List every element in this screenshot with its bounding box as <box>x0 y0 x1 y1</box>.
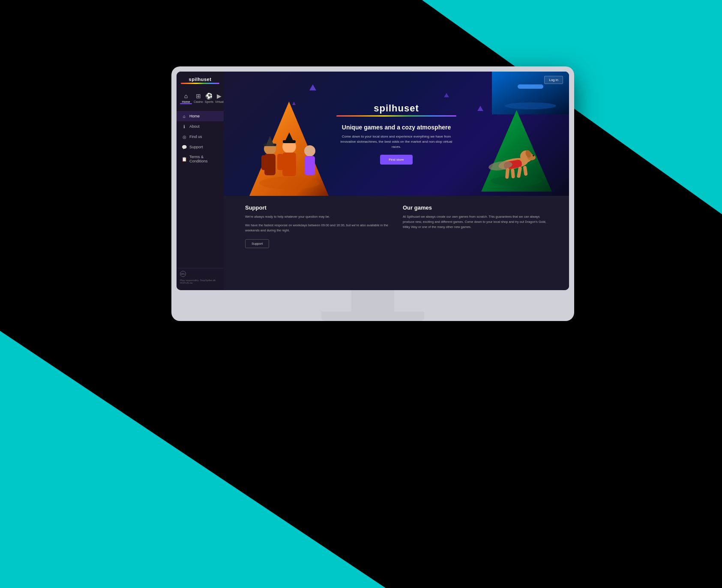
nav-icon-virtual[interactable]: ▶ Virtual <box>214 91 225 106</box>
svg-point-10 <box>304 145 315 156</box>
deco-triangle-2 <box>444 93 449 97</box>
about-nav-label: About <box>189 124 200 129</box>
home-icon-label: Home <box>182 100 190 103</box>
sidebar-item-home[interactable]: ⌂ Home <box>177 111 224 121</box>
nav-icon-sports[interactable]: ⚽ Sports <box>204 91 214 106</box>
games-block: Our games At Spilhuset we always create … <box>403 204 548 248</box>
nav-icon-casino[interactable]: ⊞ Casino <box>193 91 204 106</box>
sidebar-item-support[interactable]: 💬 Support <box>177 142 224 152</box>
about-nav-icon: ℹ <box>182 124 187 129</box>
svg-rect-9 <box>277 154 283 170</box>
find-us-nav-icon: ◎ <box>182 134 187 139</box>
terms-nav-icon: 📋 <box>182 156 187 162</box>
lower-section: Support We're always ready to help whate… <box>224 196 569 257</box>
main-content: Log in <box>224 72 569 290</box>
hero-subtitle: Come down to your local store and experi… <box>336 134 456 150</box>
svg-rect-6 <box>261 155 267 170</box>
monitor-stand-base <box>321 312 424 321</box>
pirate-characters <box>254 114 324 192</box>
terms-nav-label: Terms & Conditions <box>189 155 219 163</box>
sidebar-item-about[interactable]: ℹ About <box>177 121 224 132</box>
sidebar-footer: 18+ Play responsibly. StopSpillet.dk ROF… <box>177 268 224 287</box>
svg-point-25 <box>533 155 534 156</box>
hero-right-image <box>481 106 552 192</box>
sidebar-footer-text: Play responsibly. StopSpillet.dk ROFUS.n… <box>180 279 220 284</box>
home-icon: ⌂ <box>184 93 188 99</box>
monitor-wrapper: spilhuset ⌂ Home ⊞ Casino ⚽ Sp <box>66 66 679 549</box>
support-block: Support We're always ready to help whate… <box>245 204 390 248</box>
monitor: spilhuset ⌂ Home ⊞ Casino ⚽ Sp <box>171 66 574 321</box>
sports-icon: ⚽ <box>205 93 213 99</box>
find-us-nav-label: Find us <box>189 135 202 139</box>
games-title: Our games <box>403 204 548 211</box>
casino-icon-label: Casino <box>194 100 203 103</box>
casino-icon: ⊞ <box>196 93 201 99</box>
hero-section: spilhuset Unique games and a cozy atmosp… <box>224 72 569 196</box>
sports-icon-label: Sports <box>205 100 213 103</box>
hero-tagline: Unique games and a cozy atmosphere <box>336 123 456 131</box>
sidebar-nav: ⌂ Home ℹ About ◎ Find us 💬 Support <box>177 108 224 268</box>
logo-rainbow-bar <box>181 83 219 84</box>
nav-icon-home[interactable]: ⌂ Home <box>179 91 193 106</box>
sidebar: spilhuset ⌂ Home ⊞ Casino ⚽ Sp <box>177 72 224 290</box>
hero-logo-text: spilhuset <box>336 103 456 114</box>
support-nav-label: Support <box>189 145 203 149</box>
home-nav-icon: ⌂ <box>182 114 187 119</box>
sidebar-logo-text: spilhuset <box>181 77 219 82</box>
hero-logo-rainbow <box>336 115 456 117</box>
sidebar-item-find-us[interactable]: ◎ Find us <box>177 132 224 142</box>
monitor-stand-neck <box>351 290 394 312</box>
age-badge: 18+ <box>180 271 186 277</box>
sidebar-logo: spilhuset <box>177 77 224 88</box>
home-active-bar <box>180 103 192 104</box>
sidebar-item-terms[interactable]: 📋 Terms & Conditions <box>177 152 224 166</box>
svg-marker-13 <box>266 136 274 146</box>
support-title: Support <box>245 204 390 211</box>
find-store-button[interactable]: Find store <box>380 155 413 165</box>
login-button[interactable]: Log in <box>544 76 563 84</box>
hero-center: spilhuset Unique games and a cozy atmosp… <box>336 103 456 164</box>
top-bar: Log in <box>538 72 569 87</box>
support-text2: We have the fastest response on weekdays… <box>245 223 390 233</box>
hero-left-image <box>249 89 329 196</box>
nav-icons-row: ⌂ Home ⊞ Casino ⚽ Sports ▶ Virtual <box>177 88 224 108</box>
games-text: At Spilhuset we always create our own ga… <box>403 214 548 230</box>
monitor-screen: spilhuset ⌂ Home ⊞ Casino ⚽ Sp <box>177 72 569 290</box>
home-nav-label: Home <box>189 114 200 118</box>
virtual-icon: ▶ <box>217 93 222 99</box>
support-button[interactable]: Support <box>245 239 269 248</box>
svg-rect-11 <box>305 156 315 175</box>
support-nav-icon: 💬 <box>182 144 187 150</box>
support-text1: We're always ready to help whatever your… <box>245 214 390 219</box>
virtual-icon-label: Virtual <box>215 100 224 103</box>
svg-point-3 <box>259 177 319 189</box>
svg-marker-15 <box>284 132 294 143</box>
svg-rect-8 <box>282 153 296 176</box>
svg-point-16 <box>491 176 542 186</box>
svg-rect-23 <box>523 166 528 176</box>
dog-visual <box>483 123 550 189</box>
